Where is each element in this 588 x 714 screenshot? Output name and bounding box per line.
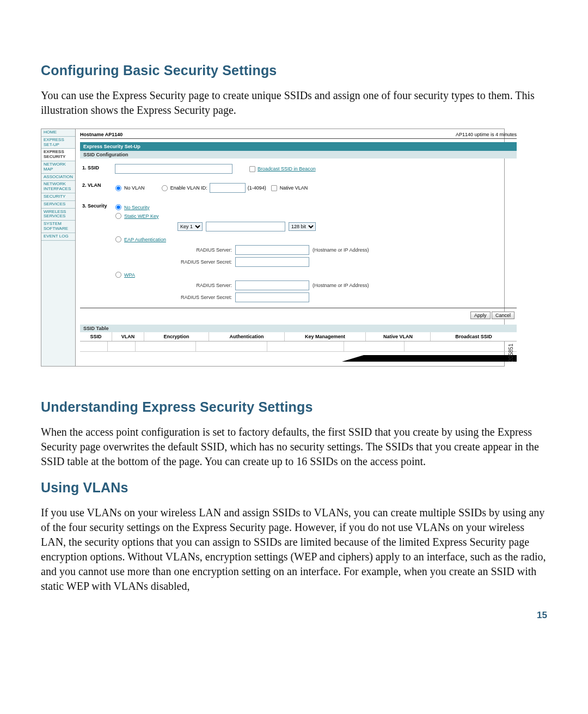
label-eap-radius-secret: RADIUS Server Secret: [177,259,232,265]
label-wpa-radius-hint: (Hostname or IP Address) [313,283,369,288]
link-no-security[interactable]: No Security [124,205,150,210]
section-bar-express-security: Express Security Set-Up [80,142,517,151]
sidebar-item-network-interfaces[interactable]: NETWORK INTERFACES [41,181,75,193]
link-static-wep[interactable]: Static WEP Key [124,213,158,219]
wep-bits-select[interactable]: 128 bit [289,222,316,231]
eap-radius-secret-input[interactable] [235,257,309,267]
label-security: 3. Security [82,202,115,209]
native-vlan-checkbox[interactable] [271,185,277,191]
radio-enable-vlan[interactable] [162,185,168,191]
col-vlan: VLAN [112,332,144,341]
wpa-radius-secret-input[interactable] [235,292,309,302]
wep-key-input[interactable] [206,222,285,231]
paragraph-understanding: When the access point configuration is s… [41,425,547,469]
sidebar-item-services[interactable]: SERVICES [41,201,75,209]
col-native-vlan: Native VLAN [366,332,431,341]
sidebar-item-express-security[interactable]: EXPRESS SECURITY [41,149,75,161]
ssid-input[interactable] [115,164,232,174]
label-wpa-radius-server: RADIUS Server: [177,283,232,288]
page-number: 15 [41,610,547,621]
wep-key-select[interactable]: Key 1 [177,222,203,231]
heading-configuring: Configuring Basic Security Settings [41,63,547,78]
radio-static-wep[interactable] [115,213,121,219]
sidebar-item-express-set-up[interactable]: EXPRESS SET-UP [41,137,75,149]
link-wpa[interactable]: WPA [124,272,135,278]
radio-eap[interactable] [115,236,121,242]
express-security-screenshot: HOMEEXPRESS SET-UPEXPRESS SECURITYNETWOR… [41,129,505,367]
label-no-vlan: No VLAN [124,185,145,191]
label-vlan: 2. VLAN [82,181,115,188]
label-native-vlan: Native VLAN [280,185,308,191]
sidebar-item-home[interactable]: HOME [41,129,75,137]
paragraph-using-vlans: If you use VLANs on your wireless LAN an… [41,505,547,594]
figure-express-security: HOMEEXPRESS SET-UPEXPRESS SECURITYNETWOR… [41,129,547,367]
label-vlan-range: (1-4094) [248,185,266,191]
sidebar-item-wireless-services[interactable]: WIRELESS SERVICES [41,209,75,221]
broadcast-ssid-link[interactable]: Broadcast SSID in Beacon [258,166,316,172]
radio-wpa[interactable] [115,272,121,278]
sidebar-item-network-map[interactable]: NETWORK MAP [41,161,75,174]
apply-button[interactable]: Apply [470,312,491,319]
label-eap-radius-hint: (Hostname or IP Address) [313,247,369,253]
figure-id: 205851 [508,344,514,362]
paragraph-intro: You can use the Express Security page to… [41,88,547,118]
label-enable-vlan: Enable VLAN ID: [170,185,207,191]
footer-accent-bar [80,355,517,362]
sidebar-nav: HOMEEXPRESS SET-UPEXPRESS SECURITYNETWOR… [41,129,76,366]
wpa-radius-server-input[interactable] [235,280,309,290]
link-eap[interactable]: EAP Authentication [124,237,166,242]
eap-radius-server-input[interactable] [235,245,309,255]
cancel-button[interactable]: Cancel [492,312,514,319]
sidebar-item-security[interactable]: SECURITY [41,193,75,201]
col-encryption: Encryption [144,332,209,341]
ssid-table-empty-row [80,341,517,352]
col-broadcast-ssid: Broadcast SSID [431,332,517,341]
subsection-ssid-table: SSID Table [80,325,517,332]
label-wpa-radius-secret: RADIUS Server Secret: [177,295,232,300]
radio-no-security[interactable] [115,204,121,210]
col-key-management: Key Management [285,332,366,341]
broadcast-ssid-checkbox[interactable] [249,166,255,172]
radio-no-vlan[interactable] [115,185,121,191]
label-ssid: 1. SSID [82,164,115,170]
vlan-id-input[interactable] [210,183,246,193]
ssid-table-header: SSIDVLANEncryptionAuthenticationKey Mana… [80,332,517,341]
sidebar-item-association[interactable]: ASSOCIATION [41,174,75,181]
sidebar-item-event-log[interactable]: EVENT LOG [41,233,75,241]
heading-understanding: Understanding Express Security Settings [41,399,547,415]
label-eap-radius-server: RADIUS Server: [177,247,232,253]
hostname-label: Hostname AP1140 [80,132,122,137]
heading-using-vlans: Using VLANs [41,480,547,496]
col-ssid: SSID [80,332,112,341]
uptime-label: AP1140 uptime is 4 minutes [456,132,517,137]
col-authentication: Authentication [209,332,285,341]
subsection-ssid-config: SSID Configuration [80,151,517,158]
sidebar-item-system-software[interactable]: SYSTEM SOFTWARE [41,221,75,233]
